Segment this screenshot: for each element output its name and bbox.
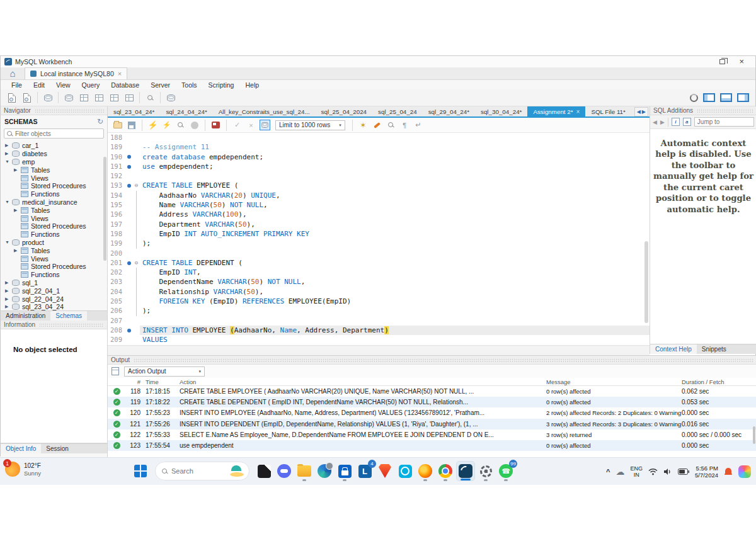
- output-row[interactable]: 118 17:18:15 CREATE TABLE EMPLOYEE ( Aad…: [108, 386, 756, 397]
- expander-arrow-icon[interactable]: ▶: [14, 168, 21, 173]
- code-line[interactable]: 191 use empdependent;: [108, 162, 650, 171]
- wrap-text-icon[interactable]: ↵: [413, 120, 425, 131]
- tab-schemas[interactable]: Schemas: [50, 311, 87, 321]
- close-tab-icon[interactable]: ×: [576, 108, 580, 115]
- code-line[interactable]: 203 DependentName VARCHAR(50) NOT NULL,: [108, 277, 650, 287]
- execute-current-statement-icon[interactable]: ⚡: [161, 120, 173, 131]
- tab-session[interactable]: Session: [41, 444, 74, 453]
- dark-app-icon[interactable]: [255, 461, 273, 481]
- tab-snippets[interactable]: Snippets: [697, 344, 731, 354]
- expander-arrow-icon[interactable]: ▼: [5, 159, 12, 164]
- volume-icon[interactable]: [663, 468, 672, 475]
- fold-marker-icon[interactable]: [133, 210, 140, 219]
- sql-code-editor[interactable]: 188 189 -- Assignment 11 190: [108, 133, 650, 345]
- jump-to-box[interactable]: [694, 117, 754, 127]
- create-table-icon[interactable]: [77, 91, 91, 104]
- fold-marker-icon[interactable]: [133, 316, 140, 326]
- expander-arrow-icon[interactable]: ▶: [14, 208, 21, 213]
- code-line[interactable]: 200: [108, 249, 650, 258]
- battery-icon[interactable]: [678, 469, 689, 475]
- whatsapp-icon[interactable]: 99: [496, 461, 515, 481]
- code-line[interactable]: 195 Name VARCHAR(50) NOT NULL,: [108, 200, 650, 210]
- invisible-characters-icon[interactable]: ¶: [399, 120, 411, 131]
- schema-tree-item[interactable]: ▼ product: [1, 239, 107, 247]
- lock-user-icon[interactable]: [41, 91, 55, 104]
- code-line[interactable]: 209 VALUES: [108, 335, 650, 344]
- query-tab[interactable]: sql_25_04_2024: [316, 106, 372, 116]
- schema-tree-item[interactable]: ▶ sql_23_04_24: [1, 303, 107, 310]
- fold-marker-icon[interactable]: [133, 181, 140, 190]
- tray-overflow-chevron-icon[interactable]: ^: [606, 468, 610, 475]
- output-row[interactable]: 119 17:18:22 CREATE TABLE DEPENDENT ( Em…: [108, 397, 756, 407]
- output-type-select[interactable]: Action Output▾: [124, 366, 205, 377]
- editor-scrollbar[interactable]: [644, 241, 648, 323]
- firefox-icon[interactable]: [416, 461, 435, 481]
- clock[interactable]: 5:56 PM 5/7/2024: [695, 465, 718, 479]
- schema-tree-item[interactable]: ▶ Tables: [1, 246, 107, 254]
- find-icon[interactable]: [385, 120, 397, 131]
- commit-icon[interactable]: ✓: [231, 120, 243, 131]
- schema-tree-item[interactable]: ▶ diabetes: [1, 150, 107, 158]
- microsoft-store-icon[interactable]: [335, 461, 354, 481]
- output-row[interactable]: 122 17:55:33 SELECT E.Name AS Employee_N…: [108, 429, 756, 440]
- edge-browser-icon[interactable]: [315, 461, 334, 481]
- save-script-icon[interactable]: [125, 120, 137, 131]
- code-line[interactable]: 202 EmpID INT,: [108, 268, 650, 277]
- refresh-schemas-icon[interactable]: ↻: [97, 117, 103, 126]
- tab-object-info[interactable]: Object Info: [1, 444, 41, 453]
- schema-tree-item[interactable]: ▼ emp: [1, 158, 107, 166]
- execute-script-icon[interactable]: ⚡: [147, 120, 159, 131]
- menu-item[interactable]: Scripting: [203, 81, 240, 89]
- fold-marker-icon[interactable]: [133, 162, 140, 171]
- search-table-data-icon[interactable]: [143, 91, 157, 104]
- output-row[interactable]: 121 17:55:26 INSERT INTO DEPENDENT (EmpI…: [108, 419, 756, 429]
- toggle-left-sidebar-button[interactable]: [703, 93, 715, 102]
- code-line[interactable]: 188: [108, 133, 650, 142]
- code-line[interactable]: 196 Address VARCHAR(100),: [108, 210, 650, 219]
- menu-item[interactable]: Database: [105, 81, 145, 89]
- schema-tree-item[interactable]: Views: [1, 174, 107, 182]
- code-line[interactable]: 199 );: [108, 239, 650, 248]
- code-line[interactable]: 198 EmpID INT AUTO_INCREMENT PRIMARY KEY: [108, 229, 650, 239]
- menu-item[interactable]: View: [50, 81, 76, 89]
- connection-tab[interactable]: Local instance MySQL80 ×: [25, 67, 127, 79]
- query-tab[interactable]: sql_30_04_24*: [475, 106, 527, 116]
- expander-arrow-icon[interactable]: ▶: [5, 280, 12, 285]
- create-schema-icon[interactable]: [62, 91, 76, 104]
- code-line[interactable]: 192: [108, 171, 650, 181]
- fold-marker-icon[interactable]: [133, 306, 140, 315]
- comment-text-icon[interactable]: [371, 120, 383, 131]
- query-tab[interactable]: Assignment 2* ×: [527, 106, 585, 116]
- fold-marker-icon[interactable]: [133, 133, 140, 142]
- schema-tree-item[interactable]: ▼ medical_insurance: [1, 198, 107, 207]
- query-tab[interactable]: sql_23_04_24*: [108, 106, 160, 116]
- fold-marker-icon[interactable]: [133, 142, 140, 152]
- menu-item[interactable]: Query: [76, 81, 106, 89]
- expander-arrow-icon[interactable]: ▶: [5, 288, 12, 293]
- schema-tree-item[interactable]: Views: [1, 254, 107, 263]
- expander-arrow-icon[interactable]: ▶: [5, 297, 12, 302]
- create-procedure-icon[interactable]: [107, 91, 121, 104]
- mysql-workbench-icon[interactable]: [456, 461, 475, 481]
- output-row[interactable]: 123 17:55:54 use empdependent 0 row(s) a…: [108, 440, 756, 451]
- onedrive-cloud-icon[interactable]: ☁: [616, 467, 625, 477]
- menu-item[interactable]: Server: [145, 81, 176, 89]
- menu-item[interactable]: Edit: [28, 81, 50, 89]
- menu-item[interactable]: Tools: [176, 81, 203, 89]
- close-connection-tab-icon[interactable]: ×: [118, 70, 122, 77]
- fold-marker-icon[interactable]: [133, 200, 140, 210]
- code-line[interactable]: 207: [108, 316, 650, 326]
- scroll-tabs-right-icon[interactable]: ▶: [642, 109, 646, 115]
- tab-administration[interactable]: Administration: [1, 311, 50, 321]
- schema-tree-item[interactable]: Functions: [1, 230, 107, 239]
- home-tab[interactable]: ⌂: [1, 67, 25, 79]
- scroll-tabs-left-icon[interactable]: ◀: [637, 109, 641, 115]
- query-tab[interactable]: sql_25_04_24: [372, 106, 423, 116]
- fold-marker-icon[interactable]: [133, 326, 140, 335]
- create-function-icon[interactable]: [122, 91, 136, 104]
- fold-marker-icon[interactable]: [133, 220, 140, 229]
- code-line[interactable]: 206 );: [108, 306, 650, 315]
- fold-marker-icon[interactable]: [133, 191, 140, 200]
- code-line[interactable]: 189 -- Assignment 11: [108, 142, 650, 152]
- menu-item[interactable]: File: [6, 81, 28, 89]
